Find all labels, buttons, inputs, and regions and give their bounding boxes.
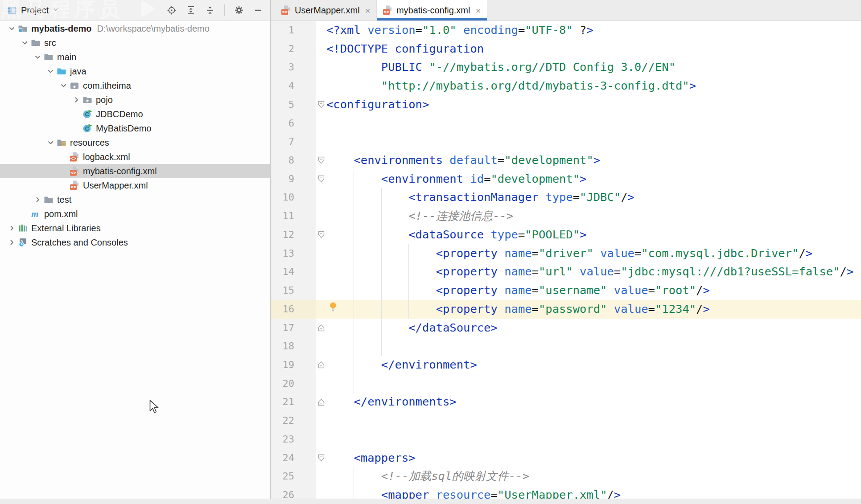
code-line-16[interactable]: 16 <property name="password" value="1234… bbox=[271, 300, 861, 319]
code-line-14[interactable]: 14 <property name="url" value="jdbc:mysq… bbox=[271, 262, 861, 281]
token-t: <?xml bbox=[326, 23, 367, 37]
tree-item-java[interactable]: java bbox=[0, 64, 270, 78]
tree-item-mybatis-config-xml[interactable]: <>mybatis-config.xml bbox=[0, 164, 270, 178]
code-line-11[interactable]: 11 <!--连接池信息--> bbox=[271, 207, 861, 225]
token-p: = bbox=[648, 302, 655, 316]
fold-marker[interactable] bbox=[316, 393, 326, 411]
code-line-21[interactable]: 21 </environments> bbox=[271, 393, 861, 411]
code-line-17[interactable]: 17 </dataSource> bbox=[271, 319, 861, 337]
code-line-2[interactable]: 2<!DOCTYPE configuration bbox=[271, 40, 861, 58]
chevron-expanded-icon[interactable] bbox=[44, 138, 57, 147]
code-text: <environments default="development"> bbox=[326, 151, 600, 170]
code-line-7[interactable]: 7 bbox=[271, 132, 861, 151]
expand-all-icon[interactable] bbox=[186, 5, 196, 15]
tree-item-scratches-and-consoles[interactable]: Scratches and Consoles bbox=[0, 235, 270, 250]
chevron-expanded-icon[interactable] bbox=[44, 67, 57, 76]
fold-close-icon[interactable] bbox=[318, 361, 325, 369]
settings-gear-icon[interactable] bbox=[234, 5, 244, 15]
fold-marker[interactable] bbox=[316, 356, 326, 374]
tree-item-external-libraries[interactable]: External Libraries bbox=[0, 221, 270, 235]
tree-item-pom-xml[interactable]: mpom.xml bbox=[0, 207, 270, 221]
editor-tab-usermapper-xml[interactable]: <>UserMapper.xml× bbox=[275, 0, 377, 20]
fold-open-icon[interactable] bbox=[318, 175, 325, 183]
fold-marker[interactable] bbox=[316, 170, 326, 188]
fold-gutter bbox=[316, 188, 326, 207]
fold-open-icon[interactable] bbox=[318, 156, 325, 164]
tree-item-mybatisdemo[interactable]: CMyBatisDemo bbox=[0, 121, 270, 135]
code-line-19[interactable]: 19 </environment> bbox=[271, 356, 861, 374]
code-line-15[interactable]: 15 <property name="username" value="root… bbox=[271, 281, 861, 300]
token-t: </environment> bbox=[381, 358, 477, 371]
fold-close-icon[interactable] bbox=[318, 324, 325, 332]
intention-bulb[interactable] bbox=[329, 300, 337, 319]
tree-item-label: com.itheima bbox=[83, 81, 131, 91]
tree-item-label: logback.xml bbox=[83, 152, 130, 162]
tree-item-logback-xml[interactable]: <>logback.xml bbox=[0, 150, 270, 164]
fold-close-icon[interactable] bbox=[318, 398, 325, 406]
code-line-6[interactable]: 6 bbox=[271, 114, 861, 133]
token-t: <property bbox=[436, 283, 505, 297]
chevron-expanded-icon[interactable] bbox=[18, 38, 31, 47]
code-line-18[interactable]: 18 bbox=[271, 337, 861, 356]
hide-panel-icon[interactable] bbox=[253, 5, 263, 15]
code-line-25[interactable]: 25 <!--加载sql的映射文件--> bbox=[271, 467, 861, 486]
chevron-collapsed-icon[interactable] bbox=[5, 224, 18, 233]
project-view-selector[interactable]: Project bbox=[7, 5, 59, 16]
code-line-3[interactable]: 3 PUBLIC "-//mybatis.org//DTD Config 3.0… bbox=[271, 58, 861, 77]
code-line-4[interactable]: 4 "http://mybatis.org/dtd/mybatis-3-conf… bbox=[271, 77, 861, 95]
editor-tab-mybatis-config-xml[interactable]: <>mybatis-config.xml× bbox=[377, 0, 487, 20]
code-line-10[interactable]: 10 <transactionManager type="JDBC"/> bbox=[271, 188, 861, 207]
tree-item-com-itheima[interactable]: com.itheima bbox=[0, 78, 270, 93]
tree-item-resources[interactable]: resources bbox=[0, 135, 270, 150]
fold-marker[interactable] bbox=[316, 151, 326, 170]
code-editor[interactable]: 1<?xml version="1.0" encoding="UTF-8" ?>… bbox=[271, 21, 861, 504]
code-line-23[interactable]: 23 bbox=[271, 430, 861, 449]
tree-item-mybatis-demo[interactable]: mybatis-demoD:\workspace\mybatis-demo bbox=[0, 21, 270, 36]
intention-bulb-icon[interactable] bbox=[329, 302, 337, 311]
line-number: 14 bbox=[271, 262, 316, 281]
code-line-1[interactable]: 1<?xml version="1.0" encoding="UTF-8" ?> bbox=[271, 21, 861, 40]
tree-item-test[interactable]: test bbox=[0, 193, 270, 207]
fold-marker[interactable] bbox=[316, 225, 326, 244]
code-line-8[interactable]: 8 <environments default="development"> bbox=[271, 151, 861, 170]
token-p: = bbox=[518, 228, 525, 241]
indent-guide bbox=[408, 244, 409, 319]
code-line-12[interactable]: 12 <dataSource type="POOLED"> bbox=[271, 225, 861, 244]
fold-open-icon[interactable] bbox=[318, 454, 325, 462]
indent-guide bbox=[381, 188, 382, 355]
tree-item-main[interactable]: main bbox=[0, 50, 270, 64]
code-line-9[interactable]: 9 <environment id="development"> bbox=[271, 170, 861, 188]
line-number: 7 bbox=[271, 132, 316, 151]
fold-open-icon[interactable] bbox=[318, 101, 325, 108]
indent-guide bbox=[354, 170, 354, 393]
locate-icon[interactable] bbox=[167, 5, 177, 15]
chevron-collapsed-icon[interactable] bbox=[5, 238, 18, 247]
token-t: <environment bbox=[381, 172, 470, 185]
collapse-all-icon[interactable] bbox=[205, 5, 215, 15]
tree-item-jdbcdemo[interactable]: CJDBCDemo bbox=[0, 107, 270, 121]
fold-marker[interactable] bbox=[316, 95, 326, 114]
folder-icon bbox=[44, 52, 54, 62]
code-line-20[interactable]: 20 bbox=[271, 374, 861, 393]
code-line-13[interactable]: 13 <property name="driver" value="com.my… bbox=[271, 244, 861, 263]
code-line-22[interactable]: 22 bbox=[271, 411, 861, 430]
code-line-24[interactable]: 24 <mappers> bbox=[271, 449, 861, 467]
chevron-collapsed-icon[interactable] bbox=[70, 95, 82, 104]
chevron-expanded-icon bbox=[33, 53, 42, 61]
fold-marker[interactable] bbox=[316, 319, 326, 337]
fold-open-icon[interactable] bbox=[318, 231, 325, 238]
token-p: = bbox=[614, 265, 621, 278]
java-class-icon: C bbox=[82, 123, 92, 133]
tab-close-icon[interactable]: × bbox=[475, 6, 481, 15]
chevron-expanded-icon[interactable] bbox=[57, 81, 70, 90]
tree-item-src[interactable]: src bbox=[0, 36, 270, 50]
chevron-expanded-icon[interactable] bbox=[5, 24, 18, 33]
fold-marker[interactable] bbox=[316, 449, 326, 467]
fold-gutter bbox=[316, 40, 326, 58]
tab-close-icon[interactable]: × bbox=[365, 6, 371, 15]
chevron-expanded-icon[interactable] bbox=[31, 53, 44, 61]
chevron-collapsed-icon[interactable] bbox=[31, 195, 44, 204]
tree-item-pojo[interactable]: pojo bbox=[0, 93, 270, 107]
tree-item-usermapper-xml[interactable]: <>UserMapper.xml bbox=[0, 178, 270, 193]
code-line-5[interactable]: 5<configuration> bbox=[271, 95, 861, 114]
